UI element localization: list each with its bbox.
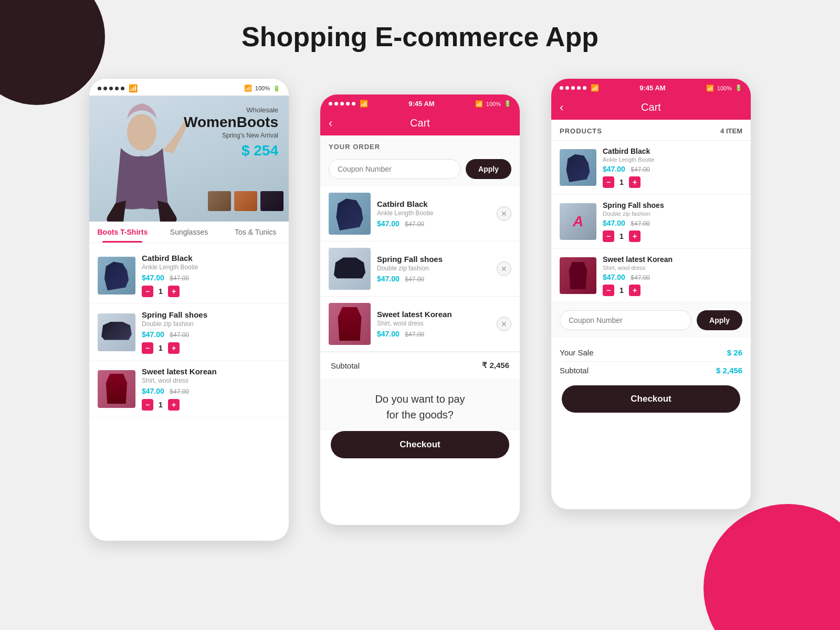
phone3-qty-1: − 1 +: [603, 176, 742, 188]
phone3-status-bar: 📶 9:45 AM 📶 100% 🔋: [551, 79, 751, 95]
phone2-cart-desc-2: Double zip fashion: [377, 265, 490, 272]
phone2-back-button[interactable]: ‹: [329, 117, 332, 130]
phone2-remove-2[interactable]: ✕: [497, 261, 511, 276]
phone1-price-old-2: $47.00: [170, 331, 189, 339]
hero-subtitle: Spring's New Arrival: [184, 132, 278, 139]
phone3-prices-2: $47.00 $47.00: [603, 218, 742, 228]
phone3-info-1: Catbird Black Ankle Length Bootie $47.00…: [603, 147, 742, 188]
tabs-bar: Boots T-Shirts Sunglasses Tos & Tunics: [89, 222, 289, 243]
phone2-cart-thumb-3: [329, 303, 371, 345]
dot2: [103, 87, 107, 90]
phone1-price-old-1: $47.00: [170, 275, 189, 282]
phone1-product-info-2: Spring Fall shoes Double zip fashion $47…: [142, 310, 280, 354]
p3-dot3: [571, 86, 575, 90]
phone1-price-old-3: $47.00: [170, 388, 189, 395]
svg-point-0: [127, 114, 156, 151]
phone3-battery-pct: 100%: [717, 85, 732, 91]
phone1-product-thumb-2: [98, 313, 135, 351]
phone2-coupon-input[interactable]: [329, 159, 460, 179]
phone3-qty-3: − 1 +: [603, 285, 742, 296]
phone2-apply-button[interactable]: Apply: [466, 159, 511, 179]
phone3-qty-minus-2[interactable]: −: [603, 230, 614, 242]
phone2-battery-icon: 🔋: [504, 100, 511, 107]
p2-dot1: [329, 102, 332, 106]
phone1-product-prices-3: $47.00 $47.00: [142, 386, 280, 396]
phone2-checkout-button[interactable]: Checkout: [331, 431, 509, 458]
phone3-header-title: Cart: [641, 101, 661, 113]
phone1-qty-num-1: 1: [156, 287, 165, 296]
phone1-qty-minus-1[interactable]: −: [142, 286, 153, 297]
phone3-prices-3: $47.00 $47.00: [603, 272, 742, 282]
phone1-wifi-icon: 📶: [129, 84, 138, 92]
phone3-info-3: Sweet latest Korean Shirt, wool dress $4…: [603, 255, 742, 296]
phone2-battery-area: 📶 100% 🔋: [475, 100, 511, 108]
phone2-remove-1[interactable]: ✕: [497, 206, 511, 221]
phone1-product-thumb-1: [98, 257, 135, 295]
phone3-name-3: Sweet latest Korean: [603, 255, 742, 264]
phone3-price-new-3: $47.00: [603, 273, 625, 281]
tab-tos-tunics[interactable]: Tos & Tunics: [222, 222, 289, 243]
phone3-desc-1: Ankle Length Bootie: [603, 156, 742, 163]
phone2-battery-pct: 100%: [486, 101, 501, 107]
dot5: [121, 87, 124, 90]
phone3-subtotal-label: Subtotal: [560, 366, 589, 375]
phone3-thumb-1: [560, 149, 596, 186]
phone2-signal: 📶: [475, 100, 483, 108]
tab-boots-tshirts[interactable]: Boots T-Shirts: [89, 222, 156, 243]
phone3-cart-item-2: A Spring Fall shoes Double zip fashion $…: [551, 195, 751, 249]
phone1-product-thumb-3: [98, 370, 135, 408]
p3-dot5: [583, 86, 586, 90]
phone1-product-name-3: Sweet latest Korean: [142, 367, 280, 376]
phone2-cart-items: Catbird Black Ankle Length Bootie $47.00…: [320, 186, 520, 352]
phone2-cart-item-3: Sweet latest Korean Shirt, wool dress $4…: [320, 297, 520, 352]
phone3-price-old-3: $47.00: [631, 274, 650, 281]
phone2-cart-info-3: Sweet latest Korean Shirt, wool dress $4…: [377, 310, 490, 339]
phone3-time: 9:45 AM: [639, 84, 665, 92]
p3-dot2: [565, 86, 569, 90]
phone1-qty-num-2: 1: [156, 344, 165, 352]
phone3-info-2: Spring Fall shoes Double zip fashion $47…: [603, 201, 742, 242]
phone1-product-prices-1: $47.00 $47.00: [142, 273, 280, 282]
phone3-coupon-row: Apply: [551, 303, 751, 338]
phone3-apply-button[interactable]: Apply: [697, 310, 742, 330]
phone1-qty-minus-2[interactable]: −: [142, 342, 153, 354]
phone2-remove-3[interactable]: ✕: [497, 317, 511, 331]
phone1-product-desc-2: Double zip fashion: [142, 320, 280, 328]
phone3-cart-item-1: Catbird Black Ankle Length Bootie $47.00…: [551, 141, 751, 195]
phone3-thumb-2: A: [560, 203, 596, 240]
phone1-qty-plus-3[interactable]: +: [168, 399, 180, 411]
phone3-price-old-2: $47.00: [631, 220, 650, 227]
phone3-subtotal-value: $ 2,456: [716, 366, 742, 375]
phone2-payment-prompt: Do you want to payfor the goods?: [320, 379, 520, 431]
phone1-qty-control-2: − 1 +: [142, 342, 280, 354]
phone3-coupon-input[interactable]: [560, 310, 691, 330]
phone3-qty-2: − 1 +: [603, 230, 742, 242]
phone1-qty-plus-2[interactable]: +: [168, 342, 180, 354]
phone2-cart-info-2: Spring Fall shoes Double zip fashion $47…: [377, 255, 490, 284]
phone1-product-desc-1: Ankle Length Bootie: [142, 264, 280, 271]
phone3-qty-plus-3[interactable]: +: [629, 285, 640, 296]
phone2-cart-desc-1: Ankle Length Bootie: [377, 209, 490, 217]
phone3-qty-minus-3[interactable]: −: [603, 285, 614, 296]
phone1-product-item-2: Spring Fall shoes Double zip fashion $47…: [89, 304, 289, 361]
tab-sunglasses[interactable]: Sunglasses: [156, 222, 223, 243]
hero-brand: WomenBoots: [184, 114, 278, 131]
phone2-price-old-1: $47.00: [405, 220, 424, 228]
phone2-price-old-2: $47.00: [405, 276, 424, 283]
phone2-cart-prices-3: $47.00 $47.00: [377, 329, 490, 339]
phone2-status-bar: 📶 9:45 AM 📶 100% 🔋: [320, 94, 520, 111]
phone3-qty-num-3: 1: [617, 286, 626, 295]
phone1-qty-plus-1[interactable]: +: [168, 286, 180, 297]
hero-thumb-1: [208, 191, 231, 211]
phone3-sale-label: Your Sale: [560, 348, 594, 357]
phone1-product-name-1: Catbird Black: [142, 254, 280, 262]
phone3-checkout-button[interactable]: Checkout: [562, 385, 740, 413]
phone3-qty-minus-1[interactable]: −: [603, 176, 614, 188]
phone1-qty-minus-3[interactable]: −: [142, 399, 153, 411]
phone3-signal: 📶: [706, 85, 714, 92]
phone2-subtotal-row: Subtotal ₹ 2,456: [320, 352, 520, 379]
phone3-qty-plus-1[interactable]: +: [629, 176, 640, 188]
phone3-qty-plus-2[interactable]: +: [629, 230, 640, 242]
phone3-back-button[interactable]: ‹: [560, 101, 563, 114]
phone3-sale-row: Your Sale $ 26: [560, 344, 742, 362]
